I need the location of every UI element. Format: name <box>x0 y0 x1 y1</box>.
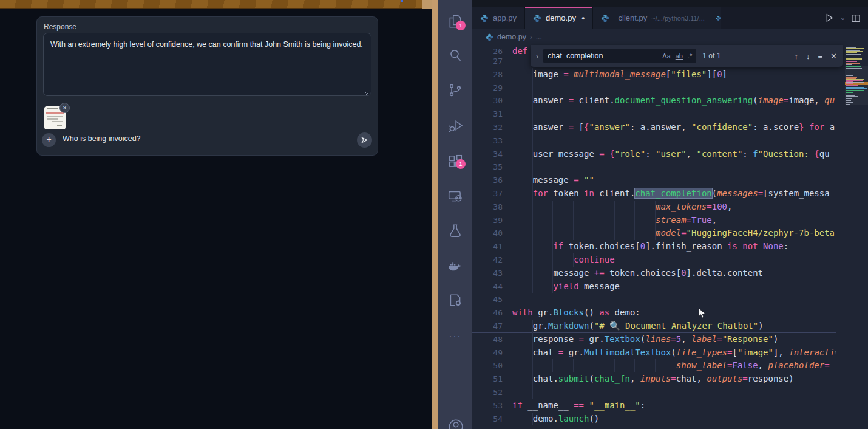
minimap-line <box>846 90 864 91</box>
tab-client-py[interactable]: _client.py ~/.../python3.11/... <box>593 7 713 29</box>
regex-icon[interactable]: .* <box>688 52 692 60</box>
code-line: 31 <box>472 108 836 121</box>
code-line: 38max_tokens=100, <box>472 201 836 214</box>
tab-label: app.py <box>493 13 517 22</box>
more-actions-icon[interactable]: ··· <box>447 331 463 341</box>
python-icon <box>533 14 541 22</box>
source-control-icon[interactable] <box>447 82 463 98</box>
mouse-cursor <box>698 307 707 320</box>
code-line: 40model="HuggingFaceH4/zephyr-7b-beta <box>472 227 836 240</box>
code-line: 44yield message <box>472 280 836 293</box>
code-line: 37for token in client.chat_completion(me… <box>472 187 836 201</box>
vscode-window: 1 1 <box>438 0 868 429</box>
minimap-line <box>846 74 867 74</box>
find-actions: ↑ ↓ ≡ ✕ <box>795 52 838 61</box>
whole-word-icon[interactable]: ab <box>676 52 683 60</box>
minimap-line <box>846 98 852 98</box>
minimap-line <box>846 64 852 65</box>
code-line: 55 <box>472 425 836 429</box>
code-rows[interactable]: 2728image = multimodal_message["files"][… <box>472 55 836 429</box>
tab-label: demo.py <box>546 13 576 22</box>
code-line: 41if token.choices[0].finish_reason is n… <box>472 240 836 253</box>
remote-explorer-icon[interactable] <box>447 188 463 204</box>
minimap-line <box>846 104 850 105</box>
code-runner-icon[interactable] <box>447 292 463 308</box>
minimap-line <box>846 46 858 46</box>
minimap-line <box>846 72 867 72</box>
tab-app-py[interactable]: app.py <box>472 7 525 29</box>
find-input-box: Aa ab .* <box>543 49 696 63</box>
run-file-icon[interactable] <box>824 13 835 23</box>
minimap-line <box>846 100 851 101</box>
code-line: 54demo.launch() <box>472 413 836 426</box>
modified-dot-icon[interactable]: ● <box>581 15 585 21</box>
window-top-strip <box>0 0 422 9</box>
minimap-line <box>846 92 853 93</box>
gradio-form-block: Response With an extremely high level of… <box>36 16 378 156</box>
toggle-replace-icon[interactable]: › <box>536 52 538 61</box>
minimap-line <box>846 96 858 97</box>
code-line: 53if __name__ == "__main__": <box>472 399 836 413</box>
run-debug-icon[interactable] <box>447 118 463 134</box>
python-icon <box>601 14 609 22</box>
window-top-strip-edge <box>422 0 432 9</box>
code-line: 49chat = gr.MultimodalTextbox(file_types… <box>472 346 836 360</box>
resize-handle-icon[interactable] <box>363 89 369 95</box>
code-line: 50show_label=False, placeholder= <box>472 359 836 372</box>
send-button[interactable] <box>357 132 372 148</box>
code-line: 28image = multimodal_message["files"][0] <box>472 68 836 81</box>
testing-flask-icon[interactable] <box>447 223 463 239</box>
close-find-icon[interactable]: ✕ <box>830 52 837 61</box>
code-line: 45 <box>472 293 836 306</box>
response-label: Response <box>44 22 76 31</box>
search-icon[interactable] <box>447 47 463 63</box>
split-editor-icon[interactable] <box>851 13 861 23</box>
previous-match-icon[interactable]: ↑ <box>795 52 799 61</box>
code-line: 29 <box>472 81 836 95</box>
breadcrumb-file[interactable]: demo.py <box>497 33 526 41</box>
code-line: 42continue <box>472 253 836 267</box>
gradio-app-pane: Response With an extremely high level of… <box>0 0 432 429</box>
run-dropdown-icon[interactable]: ⌄ <box>840 14 846 22</box>
find-input[interactable] <box>548 52 662 60</box>
minimap-line <box>846 70 867 70</box>
tab-path: ~/.../python3.11/... <box>651 15 705 22</box>
minimap-line <box>846 68 862 69</box>
add-file-button[interactable]: + <box>42 133 56 147</box>
code-line: 51chat.submit(chat_fn, inputs=chat, outp… <box>472 372 836 386</box>
send-icon <box>361 136 368 144</box>
breadcrumb[interactable]: demo.py › ... <box>472 29 542 45</box>
tab-demo-py[interactable]: demo.py ● <box>525 7 593 29</box>
code-line: 34user_message = {"role": "user", "conte… <box>472 148 836 161</box>
python-icon <box>716 14 721 22</box>
remove-attachment-button[interactable]: × <box>59 103 70 113</box>
code-line: 35 <box>472 160 836 174</box>
code-line: 48response = gr.Textbox(lines=5, label="… <box>472 333 836 346</box>
titlebar-gap <box>472 0 868 7</box>
docker-icon[interactable] <box>447 258 463 273</box>
minimap-line <box>846 44 862 44</box>
next-match-icon[interactable]: ↓ <box>806 52 810 61</box>
code-line: 32answer = [{"answer": a.answer, "confid… <box>472 121 836 134</box>
minimap-line <box>846 55 853 55</box>
code-line: 47gr.Markdown("# 🔍 Document Analyzer Cha… <box>472 320 836 333</box>
minimap-line <box>846 102 853 103</box>
tab-overflow-partial[interactable] <box>713 7 721 29</box>
chat-input[interactable] <box>63 134 324 143</box>
plus-icon: + <box>46 134 51 144</box>
find-in-selection-icon[interactable]: ≡ <box>818 52 823 61</box>
code-editor[interactable]: demo.py › ... 2728image = multimodal_mes… <box>472 29 868 429</box>
response-textarea[interactable]: With an extremely high level of confiden… <box>43 33 371 96</box>
code-line: 33 <box>472 134 836 148</box>
breadcrumb-symbol[interactable]: ... <box>536 33 542 41</box>
minimap-line <box>846 66 861 67</box>
minimap[interactable] <box>845 36 868 429</box>
account-icon[interactable] <box>447 418 463 429</box>
code-line: 30answer = client.document_question_answ… <box>472 94 836 108</box>
match-case-icon[interactable]: Aa <box>662 52 670 60</box>
explorer-badge: 1 <box>456 21 466 30</box>
window-top-marker <box>401 0 403 2</box>
tab-bar: app.py demo.py ● _client.py ~/.../python… <box>472 7 868 29</box>
find-toggles: Aa ab .* <box>662 52 692 60</box>
find-results-count: 1 of 1 <box>702 52 721 60</box>
